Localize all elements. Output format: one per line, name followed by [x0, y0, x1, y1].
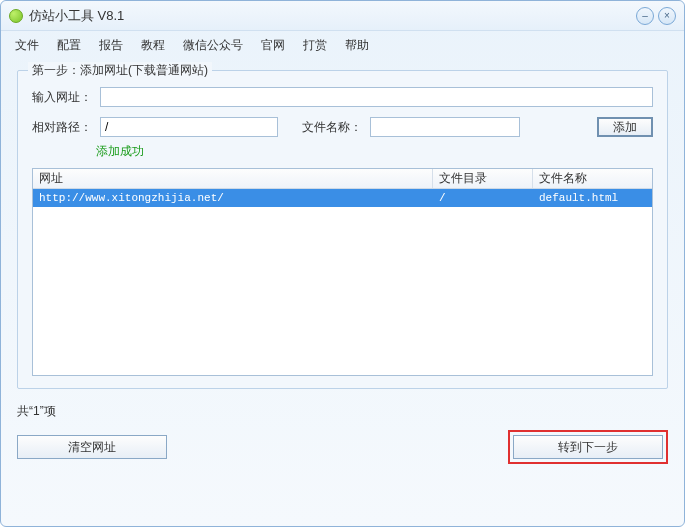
titlebar[interactable]: 仿站小工具 V8.1 – × [1, 1, 684, 31]
th-fname[interactable]: 文件名称 [533, 169, 652, 188]
app-window: 仿站小工具 V8.1 – × 文件 配置 报告 教程 微信公众号 官网 打赏 帮… [0, 0, 685, 527]
window-title: 仿站小工具 V8.1 [29, 7, 636, 25]
window-controls: – × [636, 7, 676, 25]
footer-area: 共“1”项 清空网址 转到下一步 [17, 403, 668, 464]
menu-tutorial[interactable]: 教程 [141, 37, 165, 54]
path-label: 相对路径： [32, 119, 92, 136]
clear-button[interactable]: 清空网址 [17, 435, 167, 459]
th-dir[interactable]: 文件目录 [433, 169, 533, 188]
count-prefix: 共“ [17, 404, 33, 418]
count-value: 1 [33, 404, 40, 418]
relative-path-input[interactable] [100, 117, 278, 137]
count-suffix: ”项 [40, 404, 56, 418]
action-row: 清空网址 转到下一步 [17, 430, 668, 464]
th-url[interactable]: 网址 [33, 169, 433, 188]
menu-help[interactable]: 帮助 [345, 37, 369, 54]
menubar: 文件 配置 报告 教程 微信公众号 官网 打赏 帮助 [1, 31, 684, 60]
menu-config[interactable]: 配置 [57, 37, 81, 54]
step1-legend: 第一步：添加网址(下载普通网站) [28, 62, 212, 79]
app-icon [9, 9, 23, 23]
menu-file[interactable]: 文件 [15, 37, 39, 54]
table-row[interactable]: http://www.xitongzhijia.net/ / default.h… [33, 189, 652, 207]
cell-url: http://www.xitongzhijia.net/ [33, 192, 433, 204]
url-row: 输入网址： [32, 87, 653, 107]
menu-donate[interactable]: 打赏 [303, 37, 327, 54]
table-header: 网址 文件目录 文件名称 [33, 169, 652, 189]
url-input[interactable] [100, 87, 653, 107]
close-button[interactable]: × [658, 7, 676, 25]
filename-input[interactable] [370, 117, 520, 137]
cell-fname: default.html [533, 192, 652, 204]
cell-dir: / [433, 192, 533, 204]
url-label: 输入网址： [32, 89, 92, 106]
filename-label: 文件名称： [302, 119, 362, 136]
next-highlight: 转到下一步 [508, 430, 668, 464]
menu-report[interactable]: 报告 [99, 37, 123, 54]
add-button[interactable]: 添加 [597, 117, 653, 137]
menu-wechat[interactable]: 微信公众号 [183, 37, 243, 54]
menu-official[interactable]: 官网 [261, 37, 285, 54]
next-step-button[interactable]: 转到下一步 [513, 435, 663, 459]
item-count: 共“1”项 [17, 403, 668, 420]
step1-group: 第一步：添加网址(下载普通网站) 输入网址： 相对路径： 文件名称： 添加 添加… [17, 70, 668, 389]
path-row: 相对路径： 文件名称： 添加 [32, 117, 653, 137]
content-area: 第一步：添加网址(下载普通网站) 输入网址： 相对路径： 文件名称： 添加 添加… [1, 60, 684, 526]
url-table: 网址 文件目录 文件名称 http://www.xitongzhijia.net… [32, 168, 653, 376]
minimize-button[interactable]: – [636, 7, 654, 25]
success-message: 添加成功 [96, 143, 653, 160]
